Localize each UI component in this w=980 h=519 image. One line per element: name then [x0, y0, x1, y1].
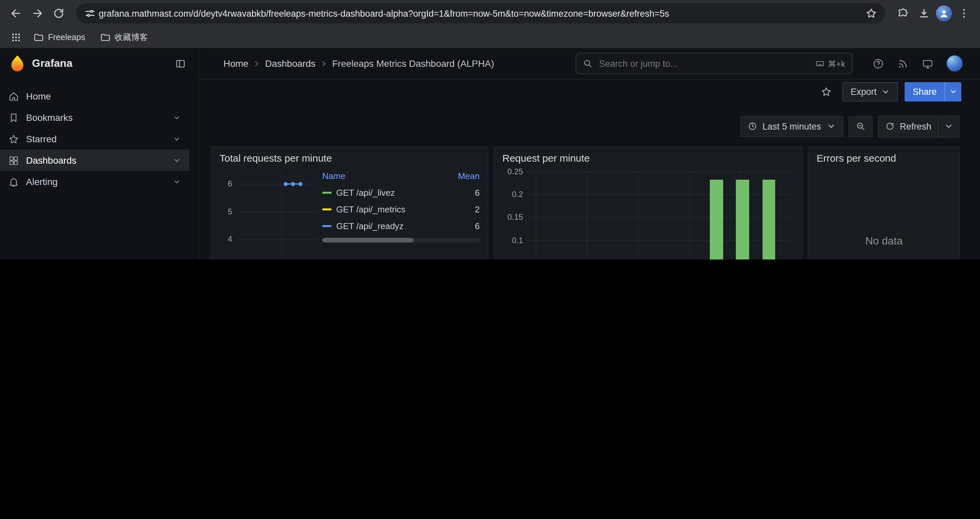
- breadcrumb-home[interactable]: Home: [223, 58, 248, 69]
- sidebar-item-label: Bookmarks: [26, 112, 73, 123]
- sidebar-item-bookmarks[interactable]: Bookmarks: [0, 107, 189, 128]
- chevron-down-icon: [826, 121, 835, 131]
- legend-header: Name Mean: [322, 168, 480, 184]
- plot-area[interactable]: [237, 172, 318, 260]
- chevron-down-icon: [949, 88, 957, 96]
- refresh-interval-button[interactable]: [939, 116, 959, 137]
- browser-profile-avatar[interactable]: [936, 5, 952, 21]
- home-icon: [8, 91, 19, 102]
- sidebar-item-dashboards[interactable]: Dashboards: [0, 150, 189, 171]
- chevron-down-icon: [944, 121, 953, 131]
- clock-icon: [748, 121, 757, 131]
- dashboard-canvas: Last 5 minutes Refresh: [199, 104, 980, 260]
- bookmark-label: Freeleaps: [48, 33, 85, 42]
- legend-row[interactable]: GET /api/_metrics 2: [322, 201, 480, 218]
- grafana-logo-icon[interactable]: [10, 55, 25, 72]
- bookmark-star-icon[interactable]: [864, 6, 878, 21]
- share-button[interactable]: Share: [905, 82, 945, 101]
- legend-col-name[interactable]: Name: [322, 171, 440, 181]
- panel-title[interactable]: Total requests per minute: [220, 152, 480, 164]
- legend-table: Name Mean GET /api/_livez 6: [322, 166, 480, 260]
- site-settings-icon[interactable]: [83, 6, 97, 21]
- brand-name: Grafana: [32, 57, 164, 69]
- display-icon[interactable]: [922, 58, 933, 69]
- sidebar-item-home[interactable]: Home: [0, 86, 189, 107]
- collapse-sidebar-icon[interactable]: [171, 54, 189, 73]
- forward-icon[interactable]: [28, 4, 47, 23]
- news-rss-icon[interactable]: [897, 58, 908, 69]
- screen: Freeleaps 收藏博客 Grafana: [0, 0, 980, 260]
- reload-icon[interactable]: [49, 4, 68, 23]
- bell-icon: [8, 176, 19, 187]
- panel-title[interactable]: Errors per second: [816, 152, 951, 164]
- nav-icons: [873, 56, 963, 72]
- breadcrumb: Home Dashboards Freeleaps Metrics Dashbo…: [223, 58, 494, 69]
- search-box[interactable]: ⌘+k: [576, 53, 853, 74]
- zoom-out-button[interactable]: [848, 116, 872, 137]
- export-button[interactable]: Export: [843, 82, 898, 101]
- chevron-down-icon[interactable]: [172, 156, 181, 165]
- request-per-minute-chart[interactable]: 0.250.20.150.10.050 17:37:0017:38:0017:3…: [502, 166, 794, 260]
- scrollbar-thumb[interactable]: [322, 238, 414, 243]
- extensions-icon[interactable]: [893, 4, 912, 23]
- url-bar[interactable]: [76, 3, 885, 23]
- refresh-button[interactable]: Refresh: [878, 116, 938, 137]
- legend-row[interactable]: GET /api/_readyz 6: [322, 218, 480, 235]
- series-color-icon: [322, 192, 332, 194]
- share-menu-button[interactable]: [945, 82, 961, 101]
- browser-toolbar: [0, 0, 980, 27]
- total-requests-chart[interactable]: 65432 17:40: [220, 166, 322, 260]
- panel-errors-per-second: Errors per second No data: [808, 146, 960, 260]
- chevron-down-icon[interactable]: [172, 177, 181, 186]
- plot-area[interactable]: [528, 172, 790, 260]
- grafana-app: Grafana Home Bookmarks Starred: [0, 48, 980, 260]
- downloads-icon[interactable]: [915, 4, 933, 23]
- legend-row[interactable]: GET /api/_livez 6: [322, 184, 480, 201]
- sidebar-item-label: Alerting: [26, 176, 58, 187]
- bookmark-folder-blogs[interactable]: 收藏博客: [94, 30, 153, 45]
- user-avatar[interactable]: [947, 56, 963, 72]
- time-range-button[interactable]: Last 5 minutes: [740, 116, 843, 137]
- refresh-split-button: Refresh: [878, 115, 959, 137]
- bookmark-folder-freeleaps[interactable]: Freeleaps: [28, 30, 91, 45]
- panel-request-per-minute: Request per minute 0.250.20.150.10.050 1…: [494, 146, 803, 260]
- star-icon: [8, 133, 19, 145]
- zoom-out-icon: [856, 121, 865, 131]
- breadcrumb-dashboards[interactable]: Dashboards: [265, 58, 315, 69]
- sidebar-item-alerting[interactable]: Alerting: [0, 171, 189, 192]
- sidebar-item-label: Home: [26, 91, 51, 102]
- chevron-right-icon: [320, 59, 328, 68]
- share-split-button: Share: [905, 82, 961, 101]
- dashboard-actions: Export Share: [199, 80, 980, 104]
- sidebar-item-starred[interactable]: Starred: [0, 128, 189, 150]
- y-axis: 65432: [220, 172, 232, 260]
- chevron-down-icon: [881, 87, 890, 96]
- breadcrumb-current: Freeleaps Metrics Dashboard (ALPHA): [332, 58, 494, 69]
- chevron-down-icon[interactable]: [172, 134, 181, 144]
- series-color-icon: [322, 225, 332, 227]
- back-icon[interactable]: [7, 4, 25, 23]
- search-shortcut: ⌘+k: [815, 58, 845, 69]
- search-input[interactable]: [598, 58, 810, 69]
- keyboard-icon: [815, 59, 824, 68]
- help-icon[interactable]: [873, 58, 884, 69]
- bookmarks-bar: Freeleaps 收藏博客: [0, 27, 980, 49]
- legend-col-mean[interactable]: Mean: [445, 171, 480, 181]
- url-input[interactable]: [97, 8, 864, 19]
- panel-total-requests: Total requests per minute 65432 17:40 Na…: [211, 146, 488, 260]
- chevron-right-icon: [253, 59, 261, 68]
- bookmark-icon: [8, 112, 19, 123]
- panel-title[interactable]: Request per minute: [502, 152, 794, 164]
- browser-menu-icon[interactable]: [955, 4, 973, 23]
- apps-grid-icon[interactable]: [8, 29, 24, 45]
- folder-icon: [100, 32, 110, 43]
- top-nav: Home Dashboards Freeleaps Metrics Dashbo…: [199, 48, 980, 80]
- sidebar-item-label: Dashboards: [26, 155, 76, 166]
- legend-scrollbar[interactable]: [322, 238, 480, 243]
- bookmark-label: 收藏博客: [115, 32, 148, 43]
- chevron-down-icon[interactable]: [172, 113, 181, 122]
- refresh-icon: [885, 121, 894, 131]
- sidebar-item-label: Starred: [26, 134, 57, 144]
- favorite-star-icon[interactable]: [817, 82, 836, 101]
- series-color-icon: [322, 208, 332, 211]
